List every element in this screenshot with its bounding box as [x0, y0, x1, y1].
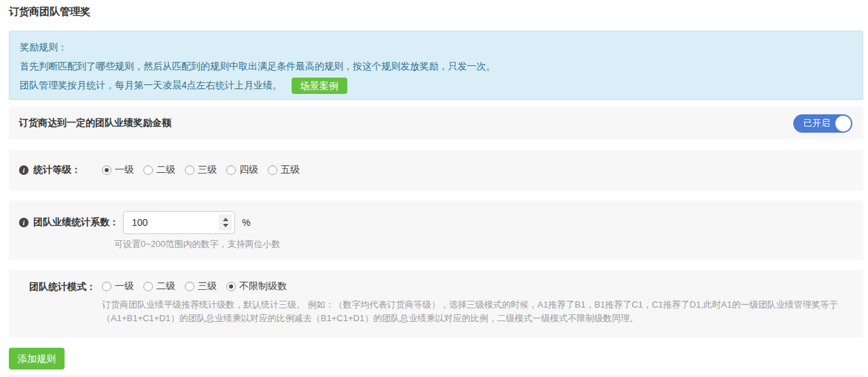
toggle-knob[interactable] — [835, 116, 851, 131]
stat-level-radio-group: 一级二级三级四级五级 — [102, 164, 309, 177]
radio-button-icon[interactable] — [226, 165, 236, 175]
team-mode-desc-line-1: 订货商团队业绩平级推荐统计级数，默认统计三级。 例如：（数字均代表订货商等级），… — [102, 298, 850, 312]
team-mode-desc-line-2: （A1+B1+C1+D1）的团队总业绩乘以对应的比例减去（B1+C1+D1）的团… — [102, 312, 850, 325]
info-line-3: 团队管理奖按月统计，每月第一天凌晨4点左右统计上月业绩。场景案例 — [20, 76, 852, 95]
scenario-example-button[interactable]: 场景案例 — [292, 78, 347, 94]
coefficient-input-wrap — [123, 211, 235, 234]
radio-option[interactable]: 不限制级数 — [226, 280, 287, 293]
toggle-label: 已开启 — [803, 117, 830, 129]
stat-level-label: 统计等级： — [33, 164, 81, 176]
radio-option-label: 三级 — [198, 164, 217, 176]
page-title: 订货商团队管理奖 — [0, 0, 868, 19]
radio-option-label: 二级 — [156, 164, 175, 176]
radio-button-icon[interactable] — [185, 282, 194, 291]
team-mode-description: 订货商团队业绩平级推荐统计级数，默认统计三级。 例如：（数字均代表订货商等级），… — [102, 298, 850, 325]
info-icon: i — [19, 218, 29, 227]
radio-option[interactable]: 三级 — [185, 280, 217, 293]
team-mode-panel: 团队统计模式： 一级二级三级不限制级数 订货商团队业绩平级推荐统计级数，默认统计… — [9, 270, 863, 338]
radio-option[interactable]: 五级 — [268, 164, 300, 176]
rule-header-panel: 订货商达到一定的团队业绩奖励金额 已开启 — [9, 107, 863, 140]
percent-unit: % — [242, 217, 250, 228]
radio-option-label: 二级 — [156, 280, 175, 293]
radio-option-label: 五级 — [281, 164, 300, 176]
radio-button-icon[interactable] — [102, 282, 111, 291]
radio-option[interactable]: 二级 — [143, 280, 175, 293]
stat-level-panel: i 统计等级： 一级二级三级四级五级 — [9, 150, 863, 191]
info-icon: i — [19, 165, 29, 175]
radio-button-icon[interactable] — [143, 282, 153, 291]
coefficient-panel: i 团队业绩统计系数： % 可设置0~200范围内的数字，支持两位小数 — [9, 201, 863, 260]
radio-button-icon[interactable] — [143, 165, 153, 175]
team-mode-radio-group: 一级二级三级不限制级数 — [102, 280, 296, 293]
coefficient-hint: 可设置0~200范围内的数字，支持两位小数 — [114, 238, 863, 250]
stepper-up-icon[interactable] — [223, 218, 228, 221]
number-stepper[interactable] — [219, 214, 232, 231]
radio-option-label: 三级 — [198, 280, 217, 293]
add-rule-button[interactable]: 添加规则 — [9, 348, 65, 370]
radio-button-icon[interactable] — [185, 165, 194, 175]
team-mode-label: 团队统计模式： — [29, 281, 96, 293]
radio-button-icon[interactable] — [268, 165, 277, 175]
team-mode-label-wrap: 团队统计模式： — [9, 281, 102, 293]
stepper-down-icon[interactable] — [223, 224, 228, 227]
radio-button-icon[interactable] — [102, 165, 111, 175]
stat-level-label-wrap: i 统计等级： — [9, 164, 102, 176]
radio-option[interactable]: 四级 — [226, 164, 258, 176]
info-line-2: 首先判断匹配到了哪些规则，然后从匹配到的规则中取出满足条件最高的规则，按这个规则… — [20, 56, 852, 76]
radio-option-label: 一级 — [115, 164, 134, 176]
rule-title: 订货商达到一定的团队业绩奖励金额 — [19, 117, 171, 129]
radio-option[interactable]: 一级 — [102, 164, 134, 176]
info-line-1: 奖励规则： — [20, 37, 852, 56]
reward-rules-info-box: 奖励规则： 首先判断匹配到了哪些规则，然后从匹配到的规则中取出满足条件最高的规则… — [9, 31, 863, 100]
rule-enabled-toggle[interactable]: 已开启 — [793, 114, 852, 133]
radio-option[interactable]: 二级 — [143, 164, 175, 176]
radio-option-label: 不限制级数 — [239, 280, 287, 293]
coefficient-label: 团队业绩统计系数： — [33, 216, 119, 229]
coefficient-label-wrap: i 团队业绩统计系数： — [9, 216, 119, 229]
info-line-3-text: 团队管理奖按月统计，每月第一天凌晨4点左右统计上月业绩。 — [20, 80, 282, 91]
radio-option[interactable]: 一级 — [102, 280, 134, 293]
radio-option-label: 四级 — [239, 164, 258, 176]
radio-option[interactable]: 三级 — [185, 164, 217, 176]
radio-button-icon[interactable] — [226, 282, 236, 291]
radio-option-label: 一级 — [115, 280, 134, 293]
